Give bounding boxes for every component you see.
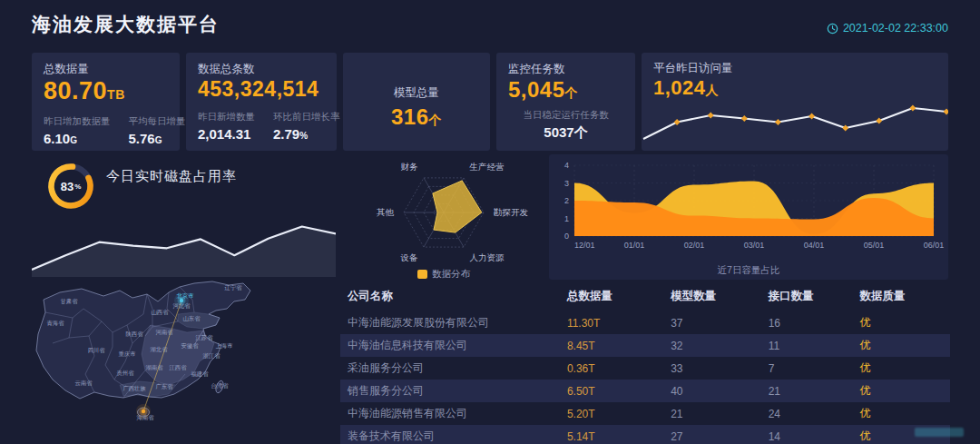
province-label: 广东省 (156, 383, 174, 390)
cap-y-tick: 1 (564, 214, 569, 223)
cap-x-label: 12/01 (574, 241, 595, 250)
capacity-area-chart: 0123412/0101/0102/0103/0104/0105/0106/01 (549, 154, 948, 261)
col-company-name: 公司名称 (340, 283, 560, 311)
sub-unit: % (299, 131, 308, 141)
data-quality-cell: 优 (852, 380, 950, 402)
sub-label: 环比前日增长率 (273, 111, 340, 123)
visits-point (708, 113, 714, 119)
capacity-caption: 近7日容量占比 (549, 264, 948, 277)
kpi-card-monitor-tasks: 监控任务数 5,045个 当日稳定运行任务数 5037个 (496, 53, 635, 151)
kpi-value: 1,024人 (653, 76, 733, 99)
cap-x-label: 05/01 (864, 241, 885, 250)
kpi-sub: 昨日增加数据量 6.10G (44, 115, 111, 146)
sub-unit: G (70, 135, 77, 145)
radar-axis-label: 生产经营 (469, 162, 505, 172)
model-count-cell: 27 (663, 425, 761, 444)
radar-axis-label: 其他 (377, 207, 395, 217)
visits-point (944, 109, 948, 115)
visits-point (842, 125, 848, 132)
beijing-marker (180, 299, 183, 302)
col-interface-count: 接口数量 (761, 283, 853, 311)
province-label: 广西壮族 (122, 385, 146, 392)
company-name-cell: 中海油信息科技有限公司 (340, 334, 560, 357)
kpi-value: 80.70TB (44, 77, 168, 105)
kpi-card-total-records: 数据总条数 453,324,514 昨日新增数量 2,014.31 环比前日增长… (186, 53, 337, 151)
visits-point (674, 119, 681, 125)
province-label: 辽宁省 (225, 284, 243, 291)
total-data-cell: 5.14T (560, 425, 663, 444)
province-label: 贵州省 (117, 370, 135, 376)
total-data-cell: 0.36T (560, 357, 663, 380)
total-data-cell: 11.30T (560, 311, 663, 334)
clock-icon (827, 23, 838, 35)
table-row: 中海油能源发展股份有限公司11.30T3716优 (340, 311, 950, 334)
sub-label: 昨日增加数据量 (44, 115, 111, 128)
kpi-unit: 个 (429, 113, 443, 127)
kpi-label: 总数据量 (44, 62, 168, 77)
kpi-value: 453,324,514 (198, 77, 325, 101)
kpi-number: 453,324,514 (198, 77, 318, 101)
province-label: 重庆市 (119, 350, 136, 357)
sub-value: 5.76G (129, 131, 186, 146)
sub-number: 6.10 (44, 131, 70, 146)
radar-panel: 财务生产经营勘探开发人力资源设备其他 数据分布 (343, 156, 544, 280)
radar-polygon (433, 181, 482, 232)
table-row: 中海油能源销售有限公司5.20T2124优 (340, 402, 950, 425)
kpi-head: 平台昨日访问量 1,024人 (653, 61, 733, 99)
cap-y-tick: 4 (564, 161, 569, 170)
cap-x-label: 04/01 (804, 241, 825, 250)
interface-count-cell: 14 (761, 425, 853, 444)
legend-label: 数据分布 (432, 268, 470, 281)
timestamp: 2021-02-02 22:33:00 (827, 22, 948, 35)
visits-point (808, 113, 815, 120)
radar-axis-label: 人力资源 (470, 252, 505, 262)
radar-chart: 财务生产经营勘探开发人力资源设备其他 (343, 156, 544, 267)
visits-point (741, 115, 748, 122)
radar-axis-label: 财务 (401, 162, 419, 172)
sub-number: 2.79 (273, 126, 299, 142)
disk-panel-title: 今日实时磁盘占用率 (106, 168, 237, 185)
company-name-cell: 采油服务分公司 (340, 357, 560, 380)
company-name-cell: 中海油能源发展股份有限公司 (340, 311, 560, 334)
kpi-value: 5,045个 (508, 77, 623, 103)
visits-point (775, 119, 781, 125)
data-quality-cell: 优 (852, 311, 950, 334)
col-data-quality: 数据质量 (852, 283, 950, 311)
kpi-sub: 环比前日增长率 2.79% (273, 111, 340, 142)
legend-swatch (417, 270, 427, 279)
province-label: 福建省 (191, 370, 210, 378)
province-label: 浙江省 (203, 352, 221, 360)
radar-legend: 数据分布 (343, 268, 544, 281)
cap-y-tick: 2 (564, 196, 569, 205)
hainan-marker (142, 409, 145, 413)
sub-number: 5.76 (129, 131, 155, 146)
kpi-sub: 平均每日增量 5.76G (129, 115, 186, 146)
kpi-card-total-models: 模型总量 316个 (343, 53, 490, 151)
cap-y-tick: 0 (564, 232, 569, 241)
sub-label: 平均每日增量 (129, 115, 186, 128)
kpi-unit: TB (107, 87, 125, 102)
table-row: 采油服务分公司0.36T337优 (340, 357, 950, 380)
province-label: 湖南省 (146, 364, 164, 370)
visits-line (643, 108, 946, 139)
province-label: 青海省 (47, 320, 65, 327)
radar-axis-label: 设备 (400, 252, 419, 262)
province-label: 山东省 (183, 315, 201, 321)
province-label: 安徽省 (181, 342, 200, 350)
cap-x-label: 01/01 (624, 241, 645, 250)
province-label: 台湾省 (211, 382, 230, 390)
kpi-unit: 人 (706, 83, 720, 97)
province-label: 陕西省 (126, 331, 144, 338)
kpi-label: 平台昨日访问量 (653, 61, 733, 76)
kpi-value: 316个 (355, 104, 478, 130)
cap-x-label: 03/01 (744, 241, 765, 250)
interface-count-cell: 24 (761, 402, 853, 425)
timestamp-text: 2021-02-02 22:33:00 (843, 22, 948, 35)
interface-count-cell: 7 (761, 357, 853, 380)
cap-x-label: 06/01 (924, 241, 945, 250)
capacity-panel: 0123412/0101/0102/0103/0104/0105/0106/01… (549, 154, 948, 280)
kpi-label: 数据总条数 (198, 62, 325, 77)
kpi-number: 1,024 (653, 76, 706, 99)
interface-count-cell: 21 (761, 380, 853, 402)
kpi-number: 316 (391, 104, 429, 129)
